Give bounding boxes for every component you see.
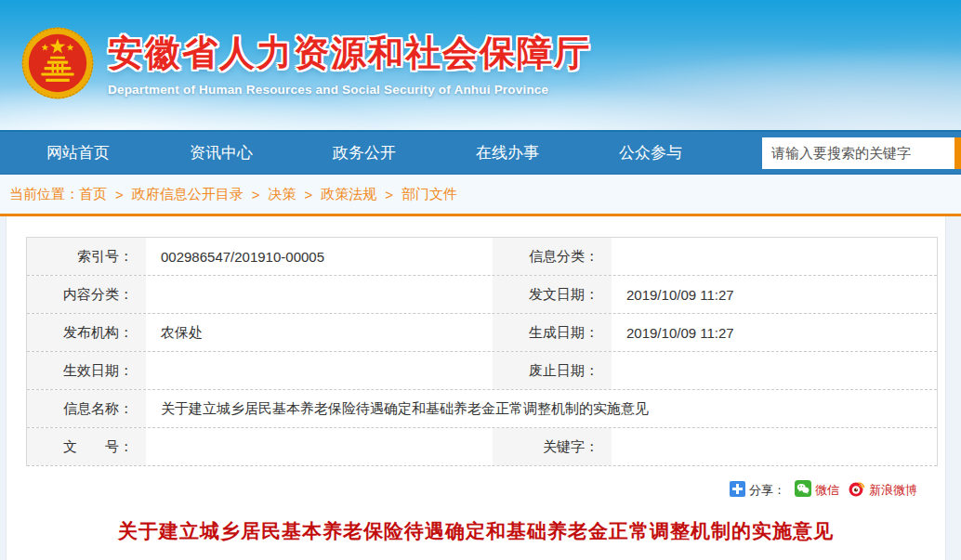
article-title: 关于建立城乡居民基本养老保险待遇确定和基础养老金正常调整机制的实施意见 (7, 518, 945, 544)
share-sina-weibo-label: 新浪微博 (869, 482, 917, 499)
nav-item-news-center[interactable]: 资讯中心 (190, 142, 253, 163)
table-row: 索引号： 002986547/201910-00005 信息分类： (27, 238, 937, 276)
info-category-label: 信息分类： (493, 238, 613, 275)
header-banner: 安徽省人力资源和社会保障厅 Department of Human Resour… (0, 0, 961, 130)
breadcrumb: 当前位置： 首页 > 政府信息公开目录 > 决策 > 政策法规 > 部门文件 (0, 175, 961, 216)
breadcrumb-item-policy-regulations[interactable]: 政策法规 (321, 186, 376, 203)
share-button[interactable]: 分享： (730, 481, 785, 500)
info-name-label: 信息名称： (27, 390, 148, 427)
issue-date-label: 发文日期： (493, 276, 613, 313)
keywords-value (613, 428, 937, 465)
breadcrumb-separator: > (252, 187, 260, 202)
content-container: 索引号： 002986547/201910-00005 信息分类： 内容分类： … (6, 216, 946, 560)
content-wrapper: 索引号： 002986547/201910-00005 信息分类： 内容分类： … (0, 216, 961, 560)
issue-date-value: 2019/10/09 11:27 (613, 276, 937, 313)
wechat-icon (795, 480, 811, 500)
repeal-date-value (613, 352, 937, 389)
header-brand: 安徽省人力资源和社会保障厅 Department of Human Resour… (20, 26, 591, 100)
document-number-value (148, 428, 493, 465)
info-category-value (613, 238, 937, 275)
table-row: 信息名称： 关于建立城乡居民基本养老保险待遇确定和基础养老金正常调整机制的实施意… (27, 390, 937, 428)
breadcrumb-item-department-documents[interactable]: 部门文件 (402, 186, 457, 203)
keywords-label: 关键字： (493, 428, 613, 465)
share-wechat-button[interactable]: 微信 (795, 480, 839, 500)
breadcrumb-separator: > (305, 187, 313, 202)
breadcrumb-separator: > (385, 187, 393, 202)
share-label-text: 分享： (749, 482, 785, 499)
creation-date-value: 2019/10/09 11:27 (613, 314, 937, 351)
effective-date-label: 生效日期： (27, 352, 148, 389)
table-row: 发布机构： 农保处 生成日期： 2019/10/09 11:27 (27, 314, 937, 352)
publishing-agency-value: 农保处 (148, 314, 493, 351)
breadcrumb-label: 当前位置： (9, 186, 79, 203)
search-button[interactable] (954, 137, 961, 169)
site-title: 安徽省人力资源和社会保障厅 (108, 30, 591, 77)
search-input[interactable] (762, 137, 954, 169)
header-titles: 安徽省人力资源和社会保障厅 Department of Human Resour… (108, 30, 591, 97)
content-category-value (148, 276, 493, 313)
nav-item-public-participation[interactable]: 公众参与 (619, 142, 682, 163)
table-row: 生效日期： 废止日期： (27, 352, 937, 390)
table-row: 文 号： 关键字： (27, 428, 937, 466)
sina-weibo-icon (849, 480, 865, 500)
document-number-label: 文 号： (27, 428, 148, 465)
index-number-value: 002986547/201910-00005 (148, 238, 493, 275)
breadcrumb-item-info-catalog[interactable]: 政府信息公开目录 (132, 186, 244, 203)
document-info-table: 索引号： 002986547/201910-00005 信息分类： 内容分类： … (26, 237, 938, 466)
nav-item-government-affairs[interactable]: 政务公开 (333, 142, 396, 163)
breadcrumb-item-decision[interactable]: 决策 (269, 186, 296, 203)
share-wechat-label: 微信 (815, 482, 839, 499)
main-nav: 网站首页 资讯中心 政务公开 在线办事 公众参与 (0, 130, 961, 175)
site-subtitle: Department of Human Resources and Social… (108, 83, 591, 97)
nav-item-home[interactable]: 网站首页 (46, 142, 110, 163)
effective-date-value (148, 352, 493, 389)
table-row: 内容分类： 发文日期： 2019/10/09 11:27 (27, 276, 937, 314)
breadcrumb-separator: > (115, 187, 124, 202)
index-number-label: 索引号： (27, 238, 148, 275)
publishing-agency-label: 发布机构： (27, 314, 148, 351)
share-sina-weibo-button[interactable]: 新浪微博 (849, 480, 917, 500)
repeal-date-label: 废止日期： (493, 352, 613, 389)
china-national-emblem-icon (20, 26, 95, 100)
search-bar (762, 137, 961, 169)
breadcrumb-item-home[interactable]: 首页 (79, 186, 107, 203)
share-plus-icon (730, 481, 745, 500)
share-toolbar: 分享： 微信 (7, 480, 945, 500)
creation-date-label: 生成日期： (493, 314, 613, 351)
info-name-value: 关于建立城乡居民基本养老保险待遇确定和基础养老金正常调整机制的实施意见 (148, 390, 937, 427)
content-category-label: 内容分类： (27, 276, 148, 313)
nav-item-online-services[interactable]: 在线办事 (476, 142, 539, 163)
